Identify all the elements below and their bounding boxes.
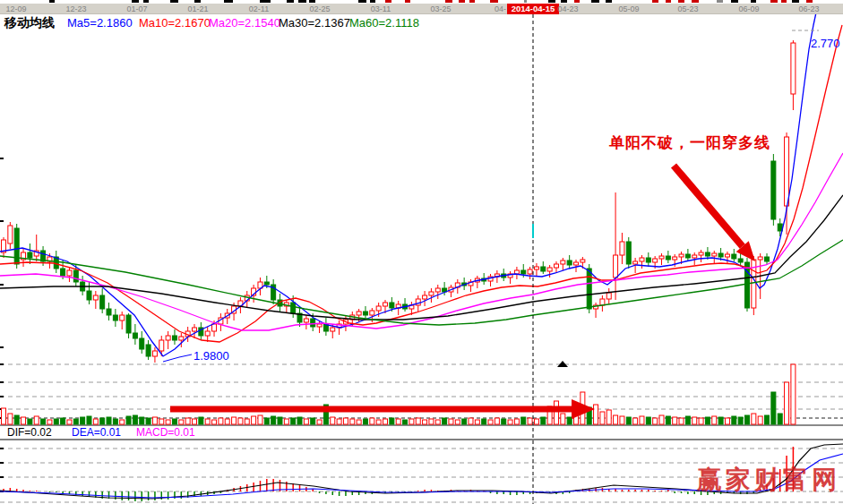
volume-bar-up <box>93 419 98 424</box>
volume-bar-down <box>502 419 506 424</box>
volume-bar-up <box>614 415 618 424</box>
candle-body-up <box>679 254 684 257</box>
top-strip-mark <box>358 0 366 3</box>
volume-bar-up <box>152 417 157 424</box>
volume-bar-up <box>120 420 125 424</box>
volume-bar-up <box>640 416 644 424</box>
volume-bar-up <box>370 418 374 424</box>
candle-body-up <box>620 242 624 255</box>
volume-bar-up <box>331 417 335 424</box>
top-strip-mark <box>591 0 599 3</box>
ma-legend-item: Ma5=2.1860 <box>67 16 133 30</box>
volume-bar-up <box>193 419 197 424</box>
candle-body-down <box>87 291 91 300</box>
volume-bar-up <box>396 419 400 424</box>
candle-body-up <box>653 259 658 262</box>
ma-legend-title: 移动均线 <box>4 15 55 31</box>
volume-bar-up <box>785 382 789 424</box>
candle-body-down <box>363 312 367 315</box>
date-label: 05-23 <box>677 4 698 13</box>
pattern-annotation-text: 单阳不破，一阳穿多线 <box>609 132 770 153</box>
ma-legend-item: Ma30=2.1367 <box>279 16 350 30</box>
top-strip-mark <box>49 0 55 3</box>
candle-body-up <box>547 268 552 271</box>
top-strip-mark <box>751 0 756 3</box>
stock-chart-app: 04- 2014-04-15 12-0912-2301-0701-2102-11… <box>0 0 843 504</box>
candle-body-down <box>646 258 650 262</box>
volume-bar-down <box>738 417 743 424</box>
candle-body-up <box>205 331 210 336</box>
volume-bar-down <box>390 418 394 424</box>
volume-bar-down <box>297 417 302 424</box>
candle-body-down <box>732 254 736 259</box>
volume-bar-up <box>252 416 256 424</box>
candle-body-up <box>166 336 170 340</box>
date-label-partial: 04- <box>495 4 506 13</box>
candle-body-down <box>291 303 296 313</box>
ma-legend-item: Ma60=2.1118 <box>349 16 419 30</box>
volume-bar-down <box>140 417 144 424</box>
volume-bar-up <box>449 419 453 424</box>
volume-bar-down <box>87 416 91 424</box>
top-strip-mark <box>524 0 527 3</box>
volume-bar-down <box>41 419 46 424</box>
top-strip-mark <box>574 0 580 3</box>
candle-body-down <box>718 253 723 257</box>
volume-bar-down <box>732 416 736 424</box>
candle-body-up <box>423 295 427 299</box>
candle-body-down <box>521 270 526 274</box>
top-strip-mark <box>287 0 294 3</box>
candle-body-up <box>712 253 717 256</box>
candle-body-up <box>574 262 579 265</box>
candle-body-up <box>8 226 13 243</box>
top-strip-mark <box>309 0 315 3</box>
volume-bar-up <box>159 419 164 424</box>
candle-body-up <box>93 295 98 300</box>
top-strip-mark <box>405 0 410 3</box>
volume-bar-down <box>28 419 32 424</box>
candle-body-down <box>61 269 65 276</box>
volume-bar-down <box>666 416 670 424</box>
volume-bar-down <box>54 419 58 424</box>
volume-bar-down <box>264 418 269 424</box>
top-strip-mark <box>385 0 391 3</box>
volume-bar-down <box>14 415 19 424</box>
volume-bar-up <box>699 418 703 424</box>
volume-bar-up <box>469 418 473 424</box>
volume-bar-up <box>245 419 249 424</box>
date-axis[interactable]: 04- 2014-04-15 12-0912-2301-0701-2102-11… <box>0 4 843 14</box>
candle-body-up <box>193 328 197 331</box>
top-strip-mark <box>652 0 658 3</box>
top-strip-mark <box>781 0 787 3</box>
volume-bar-up <box>435 420 440 424</box>
candle-body-down <box>705 252 710 256</box>
volume-bar-up <box>258 415 262 424</box>
volume-bar-up <box>376 420 381 424</box>
volume-bar-up <box>752 414 756 424</box>
candle-body-up <box>791 43 796 94</box>
ma-legend-item: Ma10=2.1670 <box>139 16 211 30</box>
top-strip-mark <box>792 0 799 3</box>
candle-body-up <box>429 292 434 295</box>
candle-body-up <box>370 311 374 315</box>
macd-readout-row: DIF=0.02DEA=0.01MACD=0.01 <box>0 426 843 440</box>
top-strip-mark <box>806 0 813 3</box>
candle-body-up <box>152 351 157 356</box>
volume-bar-down <box>172 419 176 424</box>
volume-bar-up <box>620 416 624 424</box>
ma10-line <box>0 25 842 342</box>
volume-bar-down <box>567 417 572 424</box>
annotation-arrow-shaft <box>674 166 743 246</box>
volume-bar-up <box>2 408 6 424</box>
top-strip-mark <box>370 0 375 3</box>
candle-body-up <box>699 252 703 255</box>
volume-bar-up <box>692 417 697 424</box>
volume-bar-up <box>185 418 190 424</box>
volume-bar-down <box>403 420 408 424</box>
candle-body-down <box>626 242 631 264</box>
candle-body-up <box>659 256 664 259</box>
candle-body-up <box>758 257 762 260</box>
candle-body-up <box>673 257 677 260</box>
volume-bar-down <box>363 419 367 424</box>
volume-bar-up <box>554 401 558 424</box>
